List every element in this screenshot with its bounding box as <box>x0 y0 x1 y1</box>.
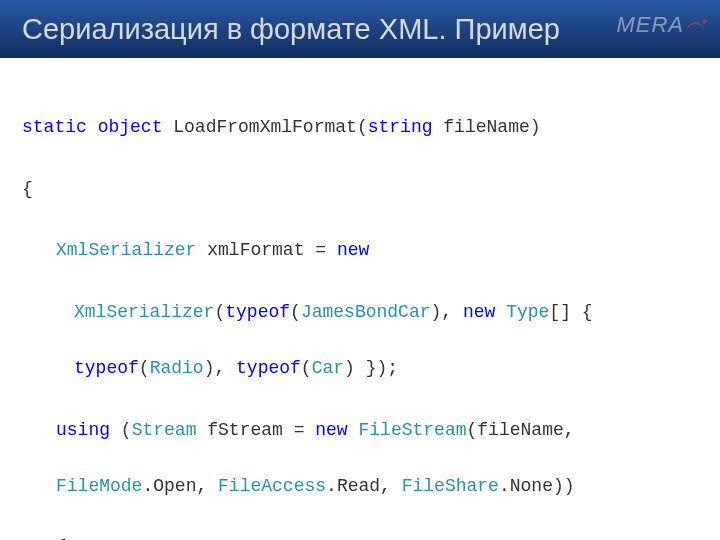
ident: fStream = <box>196 420 315 440</box>
type: JamesBondCar <box>301 302 431 322</box>
kw-new: new <box>315 420 347 440</box>
fn-name: LoadFromXmlFormat <box>173 117 357 137</box>
kw-new: new <box>337 240 369 260</box>
kw-static: static <box>22 117 87 137</box>
punct: ( <box>357 117 368 137</box>
ident: xmlFormat = <box>196 240 336 260</box>
punct: ( <box>139 358 150 378</box>
kw-typeof: typeof <box>74 358 139 378</box>
type: FileStream <box>358 420 466 440</box>
kw-using: using <box>56 420 110 440</box>
code-line: static object LoadFromXmlFormat(string f… <box>22 114 698 142</box>
code-line: XmlSerializer(typeof(JamesBondCar), new … <box>22 299 698 327</box>
punct: [] { <box>549 302 592 322</box>
type: Stream <box>132 420 197 440</box>
kw-typeof: typeof <box>225 302 290 322</box>
code-block: static object LoadFromXmlFormat(string f… <box>0 58 720 540</box>
punct: ( <box>110 420 132 440</box>
type: Type <box>506 302 549 322</box>
punct: ( <box>301 358 312 378</box>
slide: Сериализация в формате XML. Пример MERA … <box>0 0 720 540</box>
punct: ( <box>214 302 225 322</box>
punct: ) <box>530 117 541 137</box>
type: FileMode <box>56 476 142 496</box>
code-line: XmlSerializer xmlFormat = new <box>22 237 698 265</box>
punct: ) }); <box>344 358 398 378</box>
brace: { <box>22 179 33 199</box>
slide-title: Сериализация в формате XML. Пример <box>22 13 560 46</box>
args: (fileName, <box>467 420 575 440</box>
punct: ), <box>431 302 463 322</box>
kw-typeof: typeof <box>236 358 301 378</box>
member: .None)) <box>499 476 575 496</box>
type: Radio <box>150 358 204 378</box>
code-line: { <box>22 176 698 204</box>
title-bar: Сериализация в формате XML. Пример MERA <box>0 0 720 58</box>
logo: MERA <box>616 12 706 38</box>
type: FileAccess <box>218 476 326 496</box>
code-line: { <box>22 534 698 540</box>
code-line: using (Stream fStream = new FileStream(f… <box>22 417 698 445</box>
sp <box>348 420 359 440</box>
kw-string: string <box>368 117 433 137</box>
member: .Open, <box>142 476 218 496</box>
type: FileShare <box>402 476 499 496</box>
punct: ), <box>204 358 236 378</box>
type: XmlSerializer <box>56 240 196 260</box>
member: .Read, <box>326 476 402 496</box>
logo-swoosh-icon <box>686 16 706 34</box>
sp <box>495 302 506 322</box>
type: XmlSerializer <box>74 302 214 322</box>
logo-text: MERA <box>616 12 684 38</box>
punct: ( <box>290 302 301 322</box>
param: fileName <box>433 117 530 137</box>
code-line: FileMode.Open, FileAccess.Read, FileShar… <box>22 473 698 501</box>
code-line: typeof(Radio), typeof(Car) }); <box>22 355 698 383</box>
type: Car <box>312 358 344 378</box>
kw-object: object <box>98 117 163 137</box>
kw-new: new <box>463 302 495 322</box>
